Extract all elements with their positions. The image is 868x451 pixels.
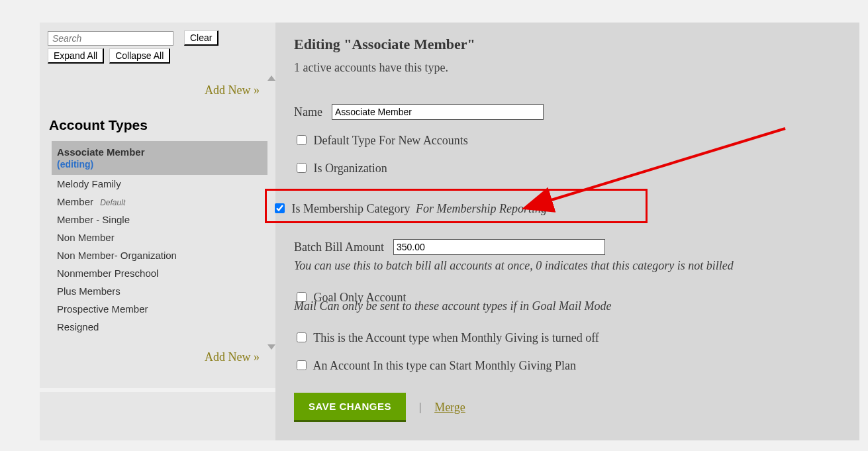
monthly-start-label: An Account In this type can Start Monthl…	[313, 359, 576, 372]
editing-tag: (editing)	[57, 159, 262, 170]
sidebar-item-melody-family[interactable]: Melody Family	[52, 175, 267, 193]
sidebar-item-non-member-org[interactable]: Non Member- Organization	[52, 246, 267, 264]
is-membership-label: Is Membership Category	[292, 202, 410, 215]
monthly-off-row[interactable]: This is the Account type when Monthly Gi…	[294, 330, 836, 345]
sidebar-item-associate-member[interactable]: Associate Member (editing)	[52, 141, 267, 175]
sidebar-item-label: Melody Family	[57, 178, 121, 189]
expand-all-button[interactable]: Expand All	[48, 48, 104, 64]
add-new-bottom-link[interactable]: Add New »	[40, 350, 275, 364]
batch-bill-input[interactable]	[393, 239, 605, 255]
sidebar-item-label: Non Member- Organization	[57, 250, 177, 261]
collapse-all-button[interactable]: Collapse All	[109, 48, 170, 64]
monthly-off-label: This is the Account type when Monthly Gi…	[313, 331, 599, 344]
sidebar-item-label: Associate Member	[57, 146, 145, 158]
sidebar-item-label: Plus Members	[57, 285, 121, 297]
sidebar-divider	[40, 388, 275, 392]
batch-bill-note: You can use this to batch bill all accou…	[294, 259, 836, 273]
clear-button[interactable]: Clear	[184, 30, 218, 46]
is-membership-checkbox[interactable]	[275, 203, 285, 213]
default-type-label: Default Type For New Accounts	[314, 134, 468, 147]
default-type-checkbox[interactable]	[297, 135, 307, 145]
monthly-start-row[interactable]: An Account In this type can Start Monthl…	[294, 358, 836, 373]
scroll-up-icon	[267, 75, 275, 81]
add-new-top-link[interactable]: Add New »	[40, 83, 275, 97]
sidebar-item-label: Member - Single	[57, 214, 130, 225]
sidebar-item-non-member[interactable]: Non Member	[52, 228, 267, 246]
sidebar-item-label: Member	[57, 196, 93, 207]
sidebar-item-label: Non Member	[57, 232, 115, 243]
name-label: Name	[294, 105, 322, 119]
sidebar-item-label: Prospective Member	[57, 303, 148, 315]
separator-pipe: |	[419, 401, 421, 413]
is-membership-note: For Membership Reporting	[416, 202, 547, 215]
sidebar-item-plus-members[interactable]: Plus Members	[52, 282, 267, 300]
search-input[interactable]	[48, 31, 173, 46]
account-type-list: Associate Member (editing) Melody Family…	[52, 141, 267, 336]
sidebar-item-prospective-member[interactable]: Prospective Member	[52, 300, 267, 318]
sidebar-item-resigned[interactable]: Resigned	[52, 318, 267, 336]
save-changes-button[interactable]: SAVE CHANGES	[294, 393, 406, 422]
membership-highlight-box: Is Membership Category For Membership Re…	[265, 189, 648, 223]
sidebar-item-label: Nonmember Preschool	[57, 268, 158, 279]
default-tag: Default	[100, 198, 125, 207]
is-org-checkbox[interactable]	[297, 163, 307, 173]
is-membership-row[interactable]: Is Membership Category For Membership Re…	[272, 201, 638, 216]
goal-only-note: Mail Can only be sent to these account t…	[294, 299, 836, 313]
is-org-row[interactable]: Is Organization	[294, 161, 836, 175]
monthly-off-checkbox[interactable]	[297, 332, 307, 342]
monthly-start-checkbox[interactable]	[297, 360, 307, 370]
is-org-label: Is Organization	[314, 162, 387, 175]
scroll-down-icon	[267, 344, 275, 350]
page-title: Editing "Associate Member"	[294, 36, 836, 53]
name-input[interactable]	[332, 104, 544, 120]
sidebar-item-nonmember-preschool[interactable]: Nonmember Preschool	[52, 264, 267, 282]
main-editor: Editing "Associate Member" 1 active acco…	[275, 23, 859, 440]
sidebar-item-label: Resigned	[57, 321, 99, 332]
default-type-row[interactable]: Default Type For New Accounts	[294, 133, 836, 148]
sidebar-item-member[interactable]: Member Default	[52, 193, 267, 211]
active-count-line: 1 active accounts have this type.	[294, 61, 836, 75]
batch-bill-label: Batch Bill Amount	[294, 240, 384, 254]
sidebar-item-member-single[interactable]: Member - Single	[52, 211, 267, 228]
sidebar-heading: Account Types	[49, 117, 275, 133]
merge-link[interactable]: Merge	[434, 401, 465, 415]
sidebar: Clear Expand All Collapse All Add New » …	[40, 23, 275, 440]
